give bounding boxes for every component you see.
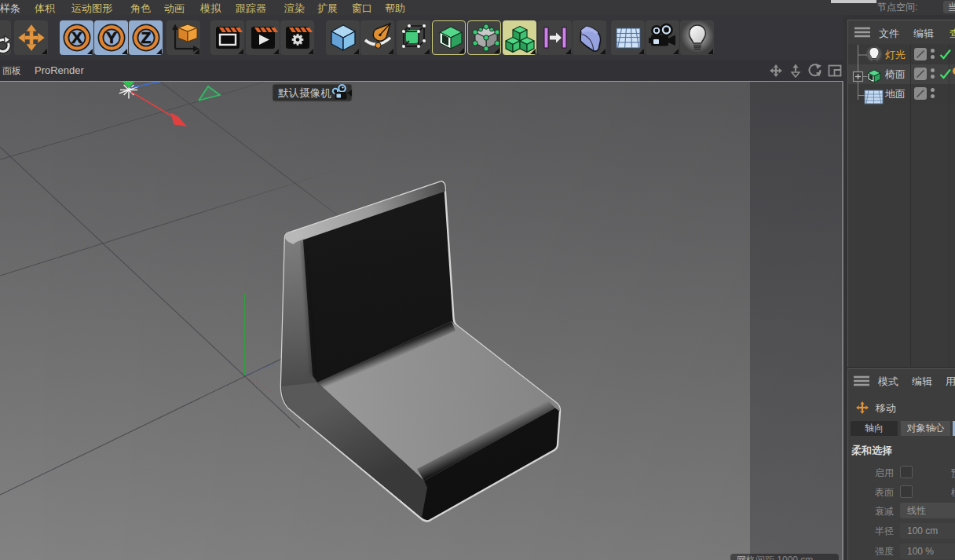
svg-text:Z: Z (141, 28, 151, 46)
svg-text:X: X (71, 28, 82, 46)
svg-text:Y: Y (105, 28, 116, 46)
svg-text:默认摄像机: 默认摄像机 (278, 87, 331, 99)
